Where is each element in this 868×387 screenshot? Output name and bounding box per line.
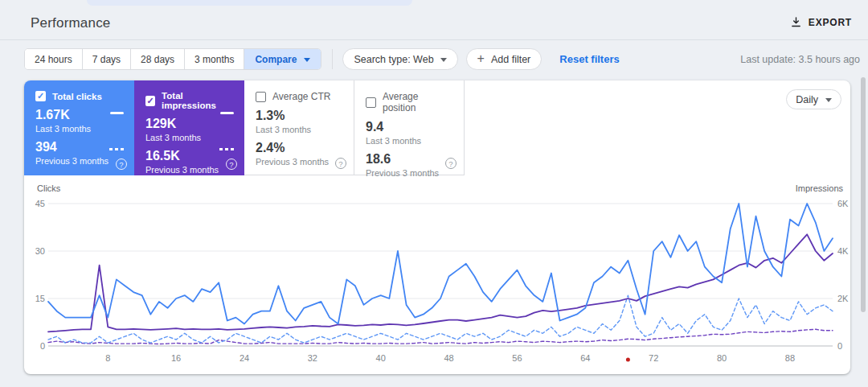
- svg-text:40: 40: [376, 353, 386, 363]
- export-button[interactable]: EXPORT: [790, 16, 852, 28]
- dashed-line-legend-icon: [109, 148, 124, 150]
- current-value: 1.3%: [256, 109, 344, 123]
- svg-text:32: 32: [308, 353, 317, 363]
- plus-icon: +: [477, 52, 485, 65]
- performance-card: ✓ Total clicks 1.67K Last 3 months 394 P…: [24, 80, 850, 374]
- svg-text:45: 45: [35, 199, 45, 208]
- svg-text:30: 30: [35, 246, 45, 256]
- range-24-hours-button[interactable]: 24 hours: [25, 49, 83, 69]
- previous-caption: Previous 3 months: [35, 156, 125, 166]
- granularity-label: Daily: [796, 94, 818, 105]
- svg-text:15: 15: [35, 294, 45, 303]
- tile-label: Total clicks: [52, 92, 102, 101]
- svg-text:8: 8: [105, 353, 110, 363]
- svg-text:80: 80: [717, 353, 727, 363]
- performance-chart: Clicks0153045Impressions02K4K6K816243240…: [24, 175, 850, 374]
- export-label: EXPORT: [809, 17, 852, 28]
- svg-text:0: 0: [837, 341, 842, 351]
- search-type-filter[interactable]: Search type: Web: [342, 48, 457, 70]
- add-filter-label: Add filter: [491, 54, 530, 65]
- range-3-months-button[interactable]: 3 months: [185, 49, 244, 69]
- svg-text:64: 64: [580, 353, 590, 363]
- compare-button[interactable]: Compare: [244, 49, 321, 69]
- svg-text:4K: 4K: [837, 246, 849, 256]
- filter-separator: [332, 49, 333, 69]
- filter-bar: 24 hours 7 days 28 days 3 months Compare…: [24, 48, 860, 70]
- previous-value: 16.5K: [145, 149, 235, 163]
- checkbox-unchecked-icon[interactable]: [256, 92, 266, 102]
- checkbox-checked-icon[interactable]: ✓: [145, 96, 155, 106]
- dashed-line-legend-icon: [219, 148, 234, 150]
- svg-text:16: 16: [171, 353, 181, 363]
- previous-caption: Previous 3 months: [145, 165, 235, 175]
- red-dot-marker: [626, 358, 630, 362]
- reset-filters-link[interactable]: Reset filters: [559, 53, 619, 65]
- help-icon[interactable]: ?: [116, 159, 127, 170]
- metric-tiles: ✓ Total clicks 1.67K Last 3 months 394 P…: [24, 80, 465, 175]
- solid-line-legend-icon: [220, 112, 234, 114]
- tile-total-impressions[interactable]: ✓ Total impressions 129K Last 3 months 1…: [134, 80, 244, 175]
- chevron-down-icon: [440, 58, 447, 65]
- current-value: 1.67K: [35, 108, 125, 122]
- header-divider: [0, 39, 868, 40]
- svg-text:Impressions: Impressions: [796, 183, 844, 193]
- help-icon[interactable]: ?: [226, 159, 237, 170]
- search-bar-remnant: [87, 0, 412, 6]
- tile-label: Average CTR: [272, 91, 330, 102]
- current-value: 9.4: [366, 120, 454, 134]
- svg-text:48: 48: [444, 353, 453, 363]
- range-28-days-button[interactable]: 28 days: [131, 49, 185, 69]
- compare-label: Compare: [255, 54, 297, 65]
- svg-text:72: 72: [649, 353, 658, 363]
- previous-caption: Previous 3 months: [256, 157, 344, 167]
- last-update-text: Last update: 3.5 hours ago: [740, 54, 860, 65]
- previous-value: 394: [35, 140, 125, 154]
- svg-text:Clicks: Clicks: [37, 183, 61, 193]
- tile-average-position[interactable]: Average position 9.4 Last 3 months 18.6 …: [354, 80, 465, 175]
- chevron-down-icon: [304, 58, 310, 65]
- previous-value: 18.6: [366, 152, 454, 167]
- date-range-control: 24 hours 7 days 28 days 3 months Compare: [24, 48, 321, 70]
- chevron-down-icon: [825, 98, 832, 105]
- chart-canvas: Clicks0153045Impressions02K4K6K816243240…: [24, 175, 850, 374]
- vertical-scrollbar-thumb[interactable]: [861, 77, 866, 312]
- help-icon[interactable]: ?: [335, 158, 346, 169]
- current-value: 129K: [145, 117, 235, 131]
- tile-average-ctr[interactable]: Average CTR 1.3% Last 3 months 2.4% Prev…: [244, 80, 354, 175]
- page-title: Performance: [31, 15, 111, 31]
- svg-text:0: 0: [40, 341, 45, 351]
- previous-value: 2.4%: [256, 141, 344, 155]
- svg-text:2K: 2K: [837, 294, 849, 303]
- svg-text:56: 56: [512, 353, 522, 363]
- range-7-days-button[interactable]: 7 days: [83, 49, 131, 69]
- current-caption: Last 3 months: [35, 124, 125, 134]
- checkbox-checked-icon[interactable]: ✓: [35, 91, 46, 101]
- solid-line-legend-icon: [110, 112, 124, 114]
- svg-text:6K: 6K: [837, 199, 849, 208]
- current-caption: Last 3 months: [145, 133, 235, 142]
- current-caption: Last 3 months: [256, 125, 344, 134]
- tile-label: Average position: [383, 91, 454, 113]
- svg-text:24: 24: [240, 353, 249, 363]
- tile-total-clicks[interactable]: ✓ Total clicks 1.67K Last 3 months 394 P…: [24, 80, 134, 175]
- svg-text:88: 88: [785, 353, 795, 363]
- tile-label: Total impressions: [162, 91, 235, 110]
- help-icon[interactable]: ?: [445, 158, 457, 169]
- granularity-dropdown[interactable]: Daily: [786, 89, 841, 109]
- download-icon: [790, 16, 802, 28]
- current-caption: Last 3 months: [366, 136, 454, 146]
- search-type-label: Search type: Web: [354, 54, 433, 65]
- add-filter-button[interactable]: + Add filter: [466, 48, 542, 70]
- checkbox-unchecked-icon[interactable]: [366, 97, 376, 108]
